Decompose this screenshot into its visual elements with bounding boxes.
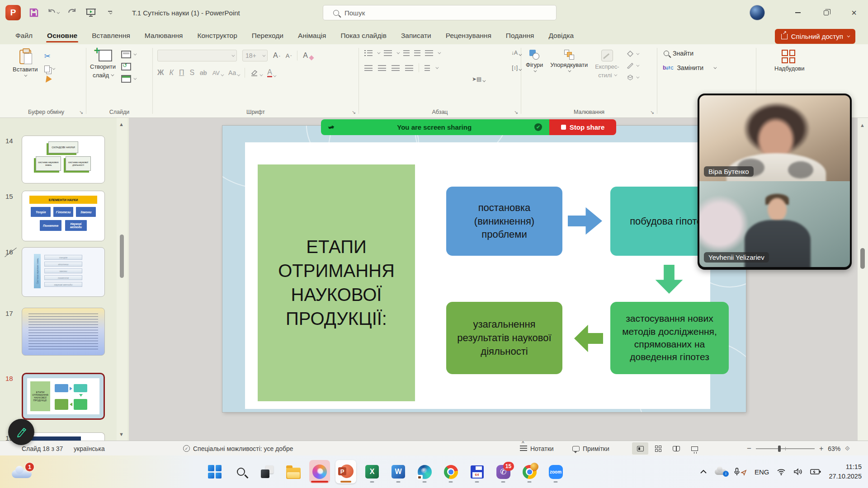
clock[interactable]: 11:15 27.10.2025: [829, 462, 862, 481]
justify-icon[interactable]: [405, 65, 413, 71]
powerpoint-app-icon[interactable]: P: [5, 5, 21, 20]
undo-icon[interactable]: [47, 7, 59, 19]
convert-smartart-icon[interactable]: ➤▤: [472, 76, 485, 82]
main-scroll-up-icon[interactable]: ▲: [860, 122, 865, 128]
tab-help[interactable]: Довідка: [541, 28, 581, 44]
text-direction-icon[interactable]: ↓A: [511, 50, 521, 56]
clear-formatting-icon[interactable]: А: [303, 52, 313, 60]
tab-slideshow[interactable]: Показ слайдів: [333, 28, 394, 44]
slide-layout-icon[interactable]: [121, 51, 131, 58]
font-dialog-launcher[interactable]: ↘: [352, 109, 356, 115]
line-spacing-icon[interactable]: [425, 50, 433, 56]
share-button[interactable]: Спільний доступ: [775, 29, 855, 44]
grow-font-icon[interactable]: Аˆ: [273, 52, 280, 60]
replace-button[interactable]: Замінити: [677, 64, 703, 71]
clipboard-dialog-launcher[interactable]: ↘: [79, 109, 83, 115]
shapes-button[interactable]: Фігури: [526, 50, 543, 80]
mic-location-indicator[interactable]: [734, 468, 747, 476]
edge-button[interactable]: [414, 460, 435, 483]
view-reading-button[interactable]: [668, 442, 684, 455]
columns-icon[interactable]: [425, 65, 430, 71]
customize-qat-icon[interactable]: [104, 7, 116, 19]
increase-indent-icon[interactable]: [414, 50, 420, 56]
align-left-icon[interactable]: [364, 65, 373, 71]
accessibility-status[interactable]: ✓ Спеціальні можливості: усе добре: [183, 441, 293, 456]
chrome-button[interactable]: [440, 460, 461, 483]
tab-design[interactable]: Конструктор: [190, 28, 244, 44]
powerpoint-taskbar-button[interactable]: P: [335, 460, 356, 483]
step-box-generalization[interactable]: узагальнення результатів наукової діяльн…: [446, 302, 562, 374]
format-painter-icon[interactable]: [43, 75, 52, 84]
thumbnail-slide-15[interactable]: ЕЛЕМЕНТИ НАУКИ Теорія Гіпотези Закони По…: [22, 191, 105, 241]
language-indicator[interactable]: українська: [74, 441, 105, 456]
thumbnail-slide-16[interactable]: Система наукових знань теорія гіпотези з…: [22, 247, 105, 297]
paragraph-dialog-launcher[interactable]: ↘: [514, 109, 518, 115]
highlight-color-button[interactable]: [250, 69, 262, 76]
italic-button[interactable]: К: [169, 69, 173, 77]
font-size-combo[interactable]: 18+: [242, 50, 268, 61]
search-input[interactable]: Пошук: [323, 5, 557, 20]
new-slide-button[interactable]: Створити слайд: [90, 50, 116, 83]
save-tool-button[interactable]: [467, 460, 487, 483]
battery-icon[interactable]: [810, 469, 821, 475]
slide-editing-area[interactable]: ЕТАПИ ОТРИМАННЯ НАУКОВОЇ ПРОДУКЦІЇ: пост…: [222, 126, 746, 412]
reset-slide-icon[interactable]: [121, 63, 131, 70]
drawing-dialog-launcher[interactable]: ↘: [650, 109, 654, 115]
tab-view[interactable]: Подання: [499, 28, 542, 44]
undo-dropdown-icon[interactable]: [57, 10, 60, 14]
excel-button[interactable]: X: [362, 460, 382, 483]
arrange-button[interactable]: Упорядкувати: [550, 50, 588, 80]
zoom-out-button[interactable]: −: [747, 444, 751, 453]
tab-transitions[interactable]: Переходи: [245, 28, 291, 44]
user-avatar[interactable]: [750, 5, 765, 20]
slide-title-box[interactable]: ЕТАПИ ОТРИМАННЯ НАУКОВОЇ ПРОДУКЦІЇ:: [258, 164, 415, 401]
character-spacing-button[interactable]: AV: [212, 70, 223, 76]
tab-home[interactable]: Основне: [40, 28, 85, 44]
zoom-percentage[interactable]: 63%: [828, 445, 840, 452]
save-icon[interactable]: [28, 7, 40, 19]
scroll-down-icon[interactable]: ▼: [119, 432, 124, 437]
zoom-in-button[interactable]: +: [819, 445, 823, 453]
notes-button[interactable]: Нотатки: [520, 441, 554, 456]
strikethrough-button[interactable]: ab: [200, 69, 207, 76]
tab-animations[interactable]: Анімація: [291, 28, 333, 44]
view-normal-button[interactable]: [632, 442, 648, 455]
file-explorer-button[interactable]: [283, 460, 304, 483]
scroll-up-icon[interactable]: ▲: [119, 122, 124, 127]
zoom-slider-thumb[interactable]: [778, 446, 781, 452]
word-button[interactable]: W: [388, 460, 409, 483]
video-call-overlay[interactable]: Віра Бутенко Yevhenii Yelizariev: [698, 94, 852, 270]
step-box-problem[interactable]: постановка (виникнення) проблеми: [446, 187, 562, 256]
cut-icon[interactable]: ✂: [44, 52, 54, 61]
align-center-icon[interactable]: [378, 65, 386, 71]
tab-insert[interactable]: Вставлення: [85, 28, 137, 44]
font-name-combo[interactable]: [157, 50, 237, 61]
main-scrollbar[interactable]: ▲: [858, 118, 868, 441]
taskbar-search-button[interactable]: [231, 460, 251, 483]
minimize-button[interactable]: [784, 0, 812, 25]
tab-file[interactable]: Файл: [8, 28, 40, 44]
widgets-button[interactable]: 1: [12, 464, 37, 482]
thumbnail-slide-18-selected[interactable]: ЕТАПИ ОТРИМАННЯ НАУКОВОЇ ПРОДУКЦІЇ:: [22, 373, 105, 420]
underline-button[interactable]: П: [179, 69, 184, 77]
font-color-button[interactable]: А: [267, 69, 275, 77]
view-sorter-button[interactable]: [650, 442, 666, 455]
start-slideshow-icon[interactable]: [85, 7, 97, 19]
tab-record[interactable]: Записати: [394, 28, 439, 44]
stop-share-button[interactable]: Stop share: [549, 119, 616, 135]
align-text-icon[interactable]: [↕]: [512, 65, 521, 71]
copilot-button[interactable]: [309, 460, 330, 483]
participant-video-1[interactable]: Віра Бутенко: [699, 95, 850, 181]
numbering-icon[interactable]: [384, 50, 392, 56]
decrease-indent-icon[interactable]: [403, 50, 410, 56]
thumbnail-slide-14[interactable]: СКЛАДОВІ НАУКИ система наукових знань си…: [22, 136, 105, 183]
tray-chevron-icon[interactable]: [700, 469, 707, 474]
restore-button[interactable]: [812, 0, 840, 25]
bullets-icon[interactable]: [364, 50, 373, 56]
copy-icon[interactable]: [44, 66, 50, 72]
annotation-pencil-button[interactable]: [8, 419, 34, 445]
zoom-slider[interactable]: [756, 448, 815, 449]
zoom-app-button[interactable]: zoom: [545, 460, 566, 483]
thumbnail-scrollbar[interactable]: ▲ ▼: [117, 118, 127, 441]
tab-draw[interactable]: Малювання: [137, 28, 190, 44]
